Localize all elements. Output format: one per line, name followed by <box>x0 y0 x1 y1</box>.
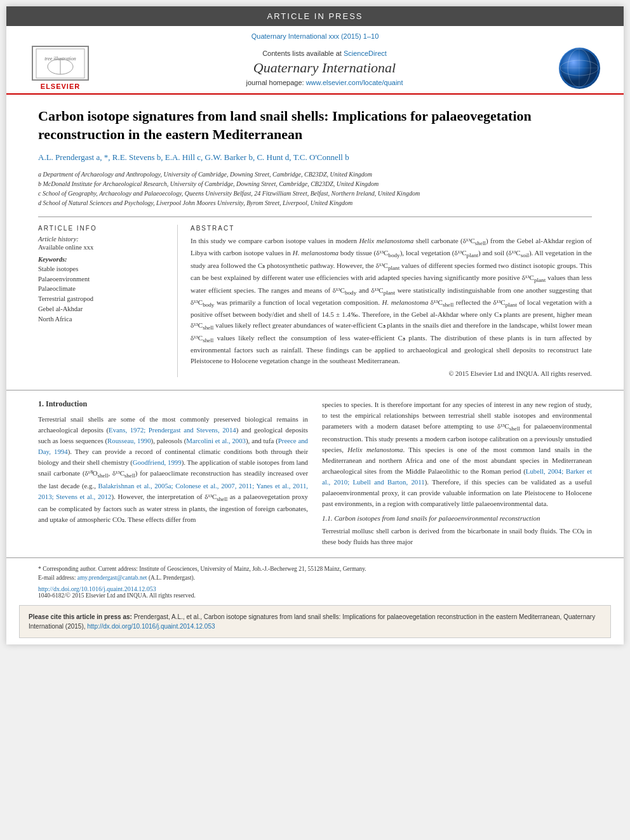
abstract-text: In this study we compare carbon isotope … <box>191 236 592 366</box>
ref-lubell[interactable]: Lubell, 2004; Barker et al., 2010; Lubel… <box>322 467 592 486</box>
ref-rousseau[interactable]: Rousseau, 1990 <box>107 437 151 444</box>
homepage-link[interactable]: www.elsevier.com/locate/quaint <box>306 79 403 86</box>
email-link[interactable]: amy.prendergast@cantab.net <box>77 575 147 581</box>
info-abstract-section: ARTICLE INFO Article history: Available … <box>38 217 592 377</box>
abstract-col: ABSTRACT In this study we compare carbon… <box>191 225 592 377</box>
contents-line: Contents lists available at ScienceDirec… <box>95 50 554 57</box>
ref-evans[interactable]: Evans, 1972; Prendergast and Stevens, 20… <box>109 426 236 434</box>
sciencedirect-link[interactable]: ScienceDirect <box>344 50 387 57</box>
keywords-title: Keywords: <box>38 256 168 263</box>
keyword-5: Gebel al-Akhdar <box>38 304 168 314</box>
affiliations: a Department of Archaeology and Anthropo… <box>38 170 592 208</box>
doi-link[interactable]: http://dx.doi.org/10.1016/j.quaint.2014.… <box>38 585 592 592</box>
affil-c: c School of Geography, Archaeology and P… <box>38 189 592 198</box>
journal-top-row: tree illustration ELSEVIER Contents list… <box>25 43 605 93</box>
banner-text: ARTICLE IN PRESS <box>267 11 363 21</box>
email-note: E-mail address: amy.prendergast@cantab.n… <box>38 573 592 582</box>
intro-paragraph-2: species to species. It is therefore impo… <box>322 399 592 509</box>
qi-globe-container <box>554 48 605 89</box>
issn-line: 1040-6182/© 2015 Elsevier Ltd and INQUA.… <box>38 592 592 599</box>
abstract-label: ABSTRACT <box>191 225 592 232</box>
journal-main-title: Quaternary International <box>95 60 554 76</box>
article-body: Carbon isotope signatures from land snai… <box>6 95 624 390</box>
affil-a: a Department of Archaeology and Anthropo… <box>38 170 592 179</box>
affil-b: b McDonald Institute for Archaeological … <box>38 179 592 189</box>
article-title: Carbon isotope signatures from land snai… <box>38 107 592 143</box>
ref-goodfriend[interactable]: Goodfriend, 1999 <box>133 458 182 466</box>
keyword-1: Stable isotopes <box>38 264 168 274</box>
intro-paragraph-1: Terrestrial snail shells are some of the… <box>38 414 308 525</box>
main-col-left: 1. Introduction Terrestrial snail shells… <box>38 399 308 552</box>
please-cite-label: Please cite this article in press as: <box>29 613 134 620</box>
sub-section-1-1: 1.1. Carbon isotopes from land snails fo… <box>322 514 592 522</box>
citation-doi-link[interactable]: http://dx.doi.org/10.1016/j.quaint.2014.… <box>87 623 215 630</box>
ref-marcolini[interactable]: Marcolini et al., 2003 <box>186 437 246 444</box>
keyword-2: Palaeoenvironment <box>38 274 168 284</box>
footnote-area: * Corresponding author. Current address:… <box>6 557 624 599</box>
main-col-right: species to species. It is therefore impo… <box>322 399 592 552</box>
article-in-press-banner: ARTICLE IN PRESS <box>6 6 624 26</box>
intro-heading: 1. Introduction <box>38 399 308 409</box>
corresponding-author-note: * Corresponding author. Current address:… <box>38 564 592 573</box>
elsevier-logo-box: tree illustration <box>32 46 89 81</box>
main-content: 1. Introduction Terrestrial snail shells… <box>6 390 624 552</box>
elsevier-logo: tree illustration ELSEVIER <box>25 46 95 90</box>
keyword-3: Palaeoclimate <box>38 284 168 294</box>
journal-title-center: Contents lists available at ScienceDirec… <box>95 50 554 86</box>
page: ARTICLE IN PRESS Quaternary Internationa… <box>6 6 624 644</box>
article-info-col: ARTICLE INFO Article history: Available … <box>38 225 178 377</box>
keyword-4: Terrestrial gastropod <box>38 294 168 304</box>
ref-balakrishnan[interactable]: Balakrishnan et al., 2005a; Colonese et … <box>38 482 308 500</box>
available-online: Available online xxx <box>38 244 168 251</box>
intro-paragraph-3: Terrestrial mollusc shell carbon is deri… <box>322 526 592 547</box>
journal-homepage: journal homepage: www.elsevier.com/locat… <box>95 79 554 86</box>
authors-text: A.L. Prendergast a, *, R.E. Stevens b, E… <box>38 152 349 162</box>
authors: A.L. Prendergast a, *, R.E. Stevens b, E… <box>38 151 592 164</box>
journal-header: Quaternary International xxx (2015) 1–10… <box>6 26 624 95</box>
history-label: Article history: <box>38 236 168 243</box>
article-info-label: ARTICLE INFO <box>38 225 168 232</box>
citation-line: Quaternary International xxx (2015) 1–10 <box>25 32 605 40</box>
keyword-6: North Africa <box>38 314 168 324</box>
ref-preece[interactable]: Preece and Day, 1994 <box>38 437 308 455</box>
copyright-line: © 2015 Elsevier Ltd and INQUA. All right… <box>191 370 592 377</box>
citation-bar: Please cite this article in press as: Pr… <box>19 605 611 638</box>
affil-d: d School of Natural Sciences and Psychol… <box>38 198 592 208</box>
qi-globe <box>559 48 600 89</box>
elsevier-text: ELSEVIER <box>41 83 80 90</box>
